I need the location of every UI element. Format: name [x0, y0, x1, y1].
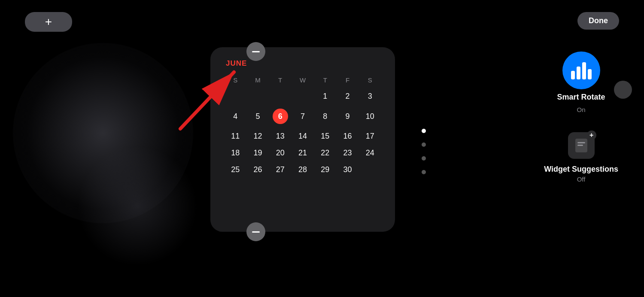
table-row: 25 26 27 28 29 30 — [224, 161, 381, 178]
svg-rect-3 — [577, 142, 585, 143]
remove-widget-bottom-button[interactable] — [246, 222, 265, 241]
remove-widget-top-button[interactable] — [246, 42, 265, 61]
table-row: 1 2 3 — [224, 88, 381, 105]
page-icon — [574, 138, 588, 153]
page-dot-4 — [422, 170, 426, 174]
day-header-thu: T — [314, 75, 336, 88]
widget-suggestions-title: Widget Suggestions — [544, 165, 618, 174]
calendar-month: JUNE — [224, 59, 381, 68]
day-header-wed: W — [292, 75, 314, 88]
right-panel: Smart Rotate On + Widget Suggestions Off — [544, 52, 618, 183]
widget-suggestions-status: Off — [577, 176, 586, 183]
widget-suggestions-icon-wrap[interactable]: + — [566, 130, 596, 161]
table-row: 11 12 13 14 15 16 17 — [224, 128, 381, 145]
bar-chart-icon — [571, 61, 592, 79]
smart-rotate-status: On — [577, 106, 586, 113]
done-button[interactable]: Done — [577, 12, 619, 30]
day-header-mon: M — [246, 75, 269, 88]
widget-suggestions-section: + Widget Suggestions Off — [544, 130, 618, 183]
page-dot-3 — [422, 156, 426, 161]
calendar-grid: S M T W T F S 1 2 3 4 5 6 — [224, 75, 381, 178]
day-header-sat: S — [359, 75, 381, 88]
page-dot-1 — [422, 129, 426, 133]
smart-rotate-section: Smart Rotate On — [557, 52, 605, 113]
widget-plus-badge: + — [587, 130, 596, 140]
page-dots — [422, 129, 426, 174]
table-row: 18 19 20 21 22 23 24 — [224, 145, 381, 161]
today-date: 6 — [273, 109, 288, 124]
bg-glow-center — [77, 146, 197, 266]
day-header-tue: T — [269, 75, 292, 88]
smart-rotate-icon[interactable] — [562, 52, 600, 89]
add-widget-button[interactable]: + — [25, 12, 72, 32]
day-header-sun: S — [224, 75, 246, 88]
svg-rect-4 — [577, 145, 583, 146]
bg-glow-left — [13, 43, 193, 223]
smart-rotate-title: Smart Rotate — [557, 93, 605, 102]
day-header-fri: F — [336, 75, 358, 88]
calendar-widget: JUNE S M T W T F S 1 2 3 — [210, 47, 395, 232]
table-row: 4 5 6 7 8 9 10 — [224, 105, 381, 128]
page-dot-2 — [422, 142, 426, 147]
plus-icon: + — [45, 15, 52, 29]
